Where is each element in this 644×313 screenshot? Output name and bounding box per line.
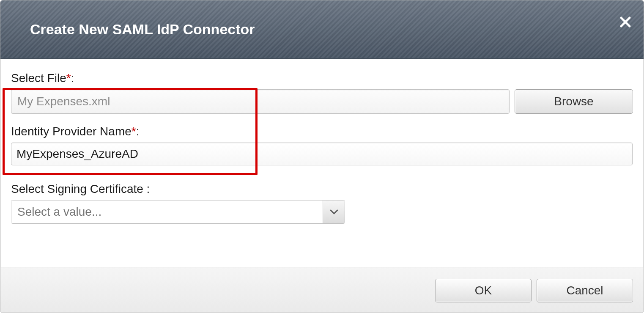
signing-cert-value[interactable]: [11, 200, 323, 223]
signing-cert-row: Select Signing Certificate :: [11, 182, 633, 224]
dialog-body: Select File*: Browse Identity Provider N…: [0, 59, 644, 267]
select-file-label-text: Select File: [11, 71, 66, 85]
colon: :: [136, 125, 140, 138]
select-file-row: Select File*: Browse: [11, 71, 633, 114]
colon: :: [71, 71, 74, 85]
cancel-button[interactable]: Cancel: [537, 279, 633, 302]
file-row: Browse: [11, 89, 633, 114]
idp-name-label-text: Identity Provider Name: [11, 125, 132, 138]
select-file-input[interactable]: [11, 89, 510, 114]
required-mark: *: [66, 71, 71, 85]
dialog-title: Create New SAML IdP Connector: [30, 21, 255, 38]
dialog-header: Create New SAML IdP Connector: [0, 0, 644, 59]
idp-name-label: Identity Provider Name*:: [11, 125, 633, 138]
idp-name-input[interactable]: [11, 143, 633, 165]
dialog: Create New SAML IdP Connector Select Fil…: [0, 0, 644, 313]
close-icon[interactable]: [619, 16, 632, 28]
browse-button[interactable]: Browse: [515, 89, 633, 114]
dialog-footer: OK Cancel: [0, 267, 644, 313]
signing-cert-label: Select Signing Certificate :: [11, 182, 633, 196]
idp-name-row: Identity Provider Name*:: [11, 125, 633, 165]
signing-cert-select[interactable]: [11, 200, 345, 224]
ok-button[interactable]: OK: [435, 279, 532, 302]
chevron-down-icon[interactable]: [323, 200, 345, 223]
required-mark: *: [132, 125, 136, 138]
select-file-label: Select File*:: [11, 71, 633, 85]
